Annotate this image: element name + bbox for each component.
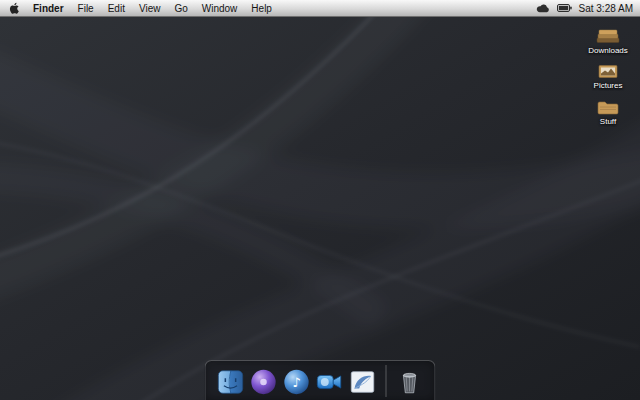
mail-icon[interactable] [348,367,378,397]
cloud-status-icon[interactable] [536,3,550,13]
purple-sphere-app-icon[interactable] [249,367,279,397]
desktop-item-stuff[interactable]: Stuff [596,99,620,126]
desktop-item-pictures[interactable]: Pictures [594,64,623,90]
apple-menu[interactable] [7,2,26,15]
menu-bar-clock[interactable]: Sat 3:28 AM [579,3,633,14]
menu-file[interactable]: File [71,0,101,17]
finder-icon[interactable] [216,367,246,397]
pictures-stack-icon [597,64,619,79]
svg-text:♪: ♪ [292,375,300,390]
desktop-icon-column: Downloads Pictures Stuff [582,27,634,126]
menu-edit[interactable]: Edit [101,0,132,17]
trash-icon[interactable] [395,367,425,397]
menu-window[interactable]: Window [195,0,245,17]
screen: Finder File Edit View Go Window Help Sat… [0,0,640,400]
dock: ♪ [205,360,436,400]
menu-go[interactable]: Go [167,0,194,17]
menu-finder[interactable]: Finder [26,0,71,17]
menu-help[interactable]: Help [244,0,279,17]
folder-icon [596,99,620,115]
desktop-item-label: Downloads [588,46,628,55]
desktop-item-downloads[interactable]: Downloads [588,27,628,55]
menu-bar: Finder File Edit View Go Window Help Sat… [0,0,640,17]
apple-logo-icon [9,2,20,15]
desktop-item-label: Stuff [600,117,616,126]
downloads-stack-icon [595,27,621,44]
menu-bar-status-area: Sat 3:28 AM [536,3,633,14]
ichat-icon[interactable] [315,367,345,397]
itunes-icon[interactable]: ♪ [282,367,312,397]
menu-view[interactable]: View [132,0,168,17]
dock-divider [386,365,387,397]
battery-icon[interactable] [557,4,572,12]
wallpaper [0,17,640,400]
desktop[interactable]: Downloads Pictures Stuff [0,17,640,400]
desktop-item-label: Pictures [594,81,623,90]
